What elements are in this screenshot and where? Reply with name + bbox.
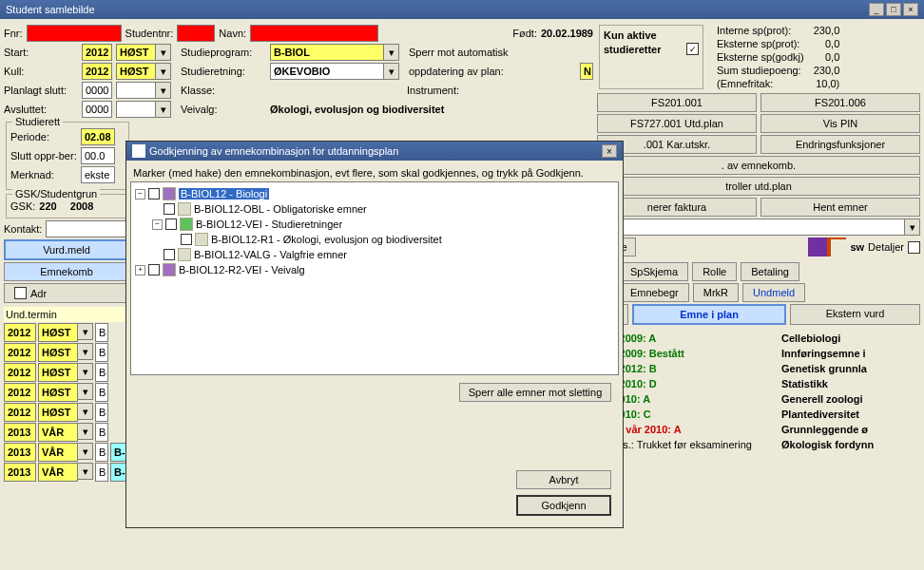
row-sem[interactable]: HØST: [38, 323, 78, 342]
btn-fs201001[interactable]: FS201.001: [597, 93, 757, 112]
row-b[interactable]: B: [95, 363, 108, 382]
minimize-button[interactable]: _: [869, 3, 884, 16]
tree-area[interactable]: −B-BIOL12 - Biologi B-BIOL12-OBL - Oblig…: [130, 181, 619, 375]
chevron-down-icon[interactable]: ▾: [78, 383, 93, 400]
row-b[interactable]: B: [95, 463, 108, 482]
btn-hentemner[interactable]: Hent emner: [760, 198, 920, 217]
kull-year[interactable]: 2012: [82, 63, 112, 80]
row-year[interactable]: 2012: [4, 343, 36, 362]
row-year[interactable]: 2013: [4, 423, 36, 442]
row-sem[interactable]: HØST: [38, 343, 78, 362]
btn-fs727[interactable]: FS727.001 Utd.plan: [597, 114, 757, 133]
tree-node-label[interactable]: B-BIOL12-R2-VEI - Veivalg: [179, 264, 305, 276]
row-year[interactable]: 2012: [4, 403, 36, 422]
row-sem[interactable]: VÅR: [38, 463, 78, 482]
kun-aktive-checkbox[interactable]: ✓: [686, 43, 699, 55]
chevron-down-icon[interactable]: ▾: [156, 44, 171, 61]
chevron-down-icon[interactable]: ▾: [156, 63, 171, 80]
tab-betaling[interactable]: Betaling: [741, 262, 799, 281]
chevron-down-icon[interactable]: ▾: [78, 463, 93, 480]
row-b[interactable]: B: [95, 343, 108, 362]
tree-checkbox[interactable]: [164, 249, 175, 260]
start-sem[interactable]: HØST: [116, 44, 156, 61]
slutt-value[interactable]: 00.0: [81, 147, 115, 164]
tab-mrkr[interactable]: MrkR: [693, 283, 739, 302]
avsluttet-sem[interactable]: [116, 101, 156, 118]
tree-checkbox[interactable]: [181, 234, 192, 245]
btn-troller[interactable]: troller utd.plan: [597, 177, 920, 196]
tree-node-label[interactable]: B-BIOL12-VEI - Studieretninger: [196, 218, 342, 230]
tab-vurdmeld[interactable]: Vurd.meld: [4, 239, 129, 260]
fnr-field[interactable]: [27, 25, 122, 42]
tree-node-label[interactable]: B-BIOL12-VALG - Valgfrie emner: [194, 249, 347, 260]
tree-checkbox[interactable]: [164, 203, 175, 215]
godkjenn-button[interactable]: Godkjenn: [516, 495, 611, 516]
detaljer-checkbox[interactable]: [908, 241, 920, 254]
avsluttet-year[interactable]: 0000: [82, 101, 112, 118]
row-year[interactable]: 2012: [4, 323, 36, 342]
dialog-close-button[interactable]: ×: [602, 144, 617, 158]
merknad-value[interactable]: ekste: [81, 166, 115, 183]
collapse-icon[interactable]: −: [152, 219, 163, 230]
navn-field[interactable]: [250, 25, 378, 42]
row-b[interactable]: B: [95, 443, 108, 462]
close-button[interactable]: ×: [903, 3, 918, 16]
row-b[interactable]: B: [95, 383, 108, 402]
tab-spskjema[interactable]: SpSkjema: [620, 262, 688, 281]
tab-adr[interactable]: Adr: [4, 283, 129, 303]
adr-checkbox[interactable]: [14, 287, 27, 299]
studentnr-field[interactable]: [177, 25, 215, 42]
chevron-down-icon[interactable]: ▾: [78, 363, 93, 380]
row-sem[interactable]: HØST: [38, 403, 78, 422]
periode-value[interactable]: 02.08: [81, 128, 115, 145]
row-sem[interactable]: HØST: [38, 363, 78, 382]
tab-emneiplan[interactable]: Emne i plan: [632, 304, 786, 325]
maximize-button[interactable]: □: [886, 3, 901, 16]
sp-value[interactable]: B-BIOL: [270, 44, 384, 61]
sr-value[interactable]: ØKEVOBIO: [270, 63, 384, 80]
start-year[interactable]: 2012: [82, 44, 112, 61]
row-year[interactable]: 2013: [4, 443, 36, 462]
tree-node-label[interactable]: B-BIOL12-OBL - Obligatoriske emner: [194, 203, 367, 215]
chevron-down-icon[interactable]: ▾: [384, 44, 399, 61]
kull-sem[interactable]: HØST: [116, 63, 156, 80]
big-select[interactable]: [597, 218, 905, 236]
planlagt-sem[interactable]: [116, 82, 156, 99]
btn-vispin[interactable]: Vis PIN: [760, 114, 920, 133]
btn-fs201006[interactable]: FS201.006: [760, 93, 920, 112]
chevron-down-icon[interactable]: ▾: [384, 63, 399, 80]
tab-emnebegr[interactable]: Emnebegr: [620, 283, 689, 302]
chevron-down-icon[interactable]: ▾: [78, 403, 93, 420]
expand-icon[interactable]: −: [135, 189, 145, 200]
chevron-down-icon[interactable]: ▾: [78, 323, 93, 340]
tree-checkbox[interactable]: [148, 264, 160, 276]
row-year[interactable]: 2012: [4, 363, 36, 382]
chevron-down-icon[interactable]: ▾: [78, 423, 93, 440]
chevron-down-icon[interactable]: ▾: [156, 82, 171, 99]
expand-icon[interactable]: +: [135, 265, 145, 276]
row-b[interactable]: B: [95, 403, 108, 422]
tree-checkbox[interactable]: [148, 188, 160, 200]
tab-eksternvurd[interactable]: Ekstern vurd: [790, 304, 920, 325]
row-b[interactable]: B: [95, 323, 108, 342]
tab-emnekomb[interactable]: Emnekomb: [4, 262, 129, 281]
tree-checkbox[interactable]: [165, 218, 177, 230]
btn-emnekomb[interactable]: . av emnekomb.: [597, 156, 920, 175]
planlagt-year[interactable]: 0000: [82, 82, 112, 99]
chevron-down-icon[interactable]: ▾: [905, 218, 920, 236]
sperr-alle-button[interactable]: Sperr alle emner mot sletting: [459, 383, 611, 402]
row-b[interactable]: B: [95, 423, 108, 442]
chevron-down-icon[interactable]: ▾: [156, 101, 171, 118]
tree-node-label[interactable]: B-BIOL12 - Biologi: [179, 188, 269, 200]
btn-endrings[interactable]: Endringsfunksjoner: [760, 135, 920, 154]
row-year[interactable]: 2013: [4, 463, 36, 482]
row-sem[interactable]: HØST: [38, 383, 78, 402]
chevron-down-icon[interactable]: ▾: [78, 443, 93, 460]
avbryt-button[interactable]: Avbryt: [516, 470, 611, 489]
chevron-down-icon[interactable]: ▾: [78, 343, 93, 360]
sperr-value[interactable]: N: [580, 63, 593, 80]
tab-undmeld[interactable]: Undmeld: [742, 283, 805, 302]
row-year[interactable]: 2012: [4, 383, 36, 402]
row-sem[interactable]: VÅR: [38, 443, 78, 462]
tab-rolle[interactable]: Rolle: [692, 262, 737, 281]
